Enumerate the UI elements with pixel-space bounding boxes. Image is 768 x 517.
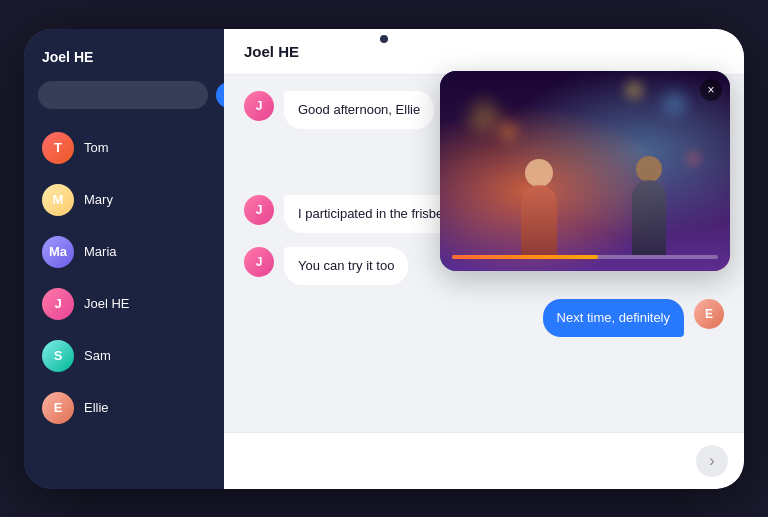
bokeh-light xyxy=(469,101,499,131)
avatar: E xyxy=(42,392,74,424)
contact-name: Mary xyxy=(84,192,113,207)
person-right-silhouette xyxy=(632,156,666,255)
avatar: E xyxy=(694,299,724,329)
sidebar-item-mary[interactable]: M Mary xyxy=(38,179,210,221)
photo-popup-inner xyxy=(440,71,730,271)
sidebar: Joel HE + T Tom M Mary Ma Maria J Joel H… xyxy=(24,29,224,489)
bokeh-light xyxy=(662,91,687,116)
photo-popup: × xyxy=(440,71,730,271)
avatar: M xyxy=(42,184,74,216)
bokeh-light xyxy=(686,151,701,166)
close-icon: × xyxy=(707,83,714,97)
contact-name: Sam xyxy=(84,348,111,363)
contact-name: Joel HE xyxy=(84,296,130,311)
avatar: Ma xyxy=(42,236,74,268)
chat-area: Joel HE J Good afternoon, Ellie Did you … xyxy=(224,29,744,489)
chat-header: Joel HE xyxy=(224,29,744,75)
device-frame: Joel HE + T Tom M Mary Ma Maria J Joel H… xyxy=(24,29,744,489)
chat-contact-name: Joel HE xyxy=(244,43,299,60)
avatar: J xyxy=(244,91,274,121)
contact-name: Maria xyxy=(84,244,117,259)
person-left-silhouette xyxy=(521,159,557,255)
bokeh-light xyxy=(625,81,643,99)
sidebar-item-ellie[interactable]: E Ellie xyxy=(38,387,210,429)
bokeh-light xyxy=(498,121,518,141)
sidebar-item-maria[interactable]: Ma Maria xyxy=(38,231,210,273)
avatar: J xyxy=(42,288,74,320)
send-icon: › xyxy=(709,452,714,470)
contact-name: Tom xyxy=(84,140,109,155)
sidebar-item-joel[interactable]: J Joel HE xyxy=(38,283,210,325)
send-button[interactable]: › xyxy=(696,445,728,477)
sidebar-item-sam[interactable]: S Sam xyxy=(38,335,210,377)
photo-progress-bar xyxy=(452,255,718,259)
message-bubble: You can try it too xyxy=(284,247,408,285)
search-bar: + xyxy=(38,81,210,109)
avatar: J xyxy=(244,247,274,277)
chat-input[interactable] xyxy=(240,453,686,468)
message-bubble: Next time, definitely xyxy=(543,299,684,337)
avatar: T xyxy=(42,132,74,164)
sidebar-item-tom[interactable]: T Tom xyxy=(38,127,210,169)
progress-bar-fill xyxy=(452,255,598,259)
message-bubble: Good afternoon, Ellie xyxy=(284,91,434,129)
photo-popup-close-button[interactable]: × xyxy=(700,79,722,101)
sidebar-title: Joel HE xyxy=(38,49,210,65)
message-row: Next time, definitely E xyxy=(244,299,724,337)
avatar: S xyxy=(42,340,74,372)
avatar: J xyxy=(244,195,274,225)
chat-input-area: › xyxy=(224,432,744,489)
search-input[interactable] xyxy=(38,81,208,109)
contact-name: Ellie xyxy=(84,400,109,415)
